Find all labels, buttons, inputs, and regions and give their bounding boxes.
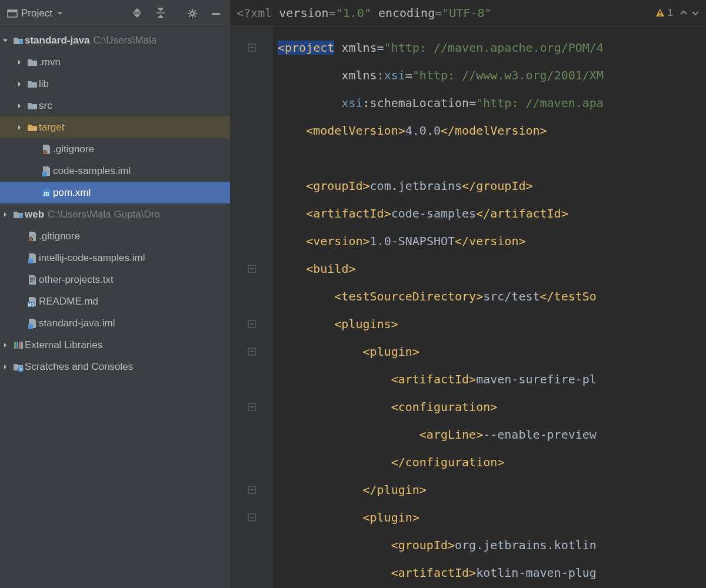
folder-icon [26, 79, 39, 89]
tree-item-path: C:\Users\Mala [94, 35, 157, 46]
tree-item-path: C:\Users\Mala Gupta\Dro [48, 209, 160, 220]
code-line[interactable]: <artifactId>kotlin-maven-plug [278, 559, 706, 587]
fold-toggle-icon[interactable] [245, 400, 258, 413]
tree-item-standard-java[interactable]: standard-javaC:\Users\Mala [0, 29, 230, 51]
code-line[interactable]: <plugin> [278, 504, 706, 532]
project-view-selector[interactable]: Project [4, 8, 68, 19]
fold-toggle-icon[interactable] [245, 318, 258, 330]
code-line[interactable]: xmlns:xsi="http: //www.w3.org/2001/XM [278, 62, 706, 89]
tree-item-label: standard-java.iml [39, 318, 115, 329]
tree-item-label: pom.xml [53, 187, 91, 199]
code-line[interactable]: <configuration> [278, 393, 706, 421]
tree-item-label: standard-java [25, 35, 90, 46]
tree-item-pom-xml[interactable]: mpom.xml [0, 182, 230, 203]
code-line[interactable]: <modelVersion>4.0.0</modelVersion> [278, 117, 706, 145]
code-line[interactable]: </plugin> [278, 476, 706, 504]
code-editor[interactable]: <project xmlns="http: //maven.apache.org… [273, 26, 706, 588]
code-line[interactable]: <version>1.0-SNAPSHOT</version> [278, 228, 706, 255]
module-icon [12, 35, 25, 46]
fold-toggle-icon[interactable] [245, 41, 258, 54]
code-line[interactable]: <testSourceDirectory>src/test</testSo [278, 283, 706, 310]
fold-toggle-icon[interactable] [245, 483, 258, 496]
tree-item-web[interactable]: webC:\Users\Mala Gupta\Dro [0, 203, 230, 225]
chevron-icon[interactable] [1, 211, 12, 219]
code-line[interactable]: xsi:schemaLocation="http: //maven.apa [278, 89, 706, 117]
tree-item-other-projects-txt[interactable]: other-projects.txt [0, 269, 230, 290]
code-line[interactable]: <groupId>org.jetbrains.kotlin [278, 532, 706, 559]
editor-gutter[interactable] [231, 26, 273, 588]
folder-icon [26, 57, 39, 68]
tree-item-label: README.md [39, 296, 98, 308]
collapse-all-icon[interactable] [126, 3, 148, 24]
tree-item-readme-md[interactable]: MDREADME.md [0, 290, 230, 312]
code-line[interactable]: <groupId>com.jetbrains</groupId> [278, 172, 706, 200]
chevron-icon[interactable] [1, 36, 12, 45]
code-line[interactable]: </configuration> [278, 449, 706, 476]
chevron-icon[interactable] [15, 58, 26, 66]
tree-item-label: .gitignore [39, 230, 80, 242]
svg-rect-18 [21, 342, 23, 349]
tree-item-label: web [25, 209, 44, 220]
fold-toggle-icon[interactable] [245, 511, 258, 524]
file-iml-icon [40, 166, 53, 176]
chevron-icon[interactable] [15, 102, 26, 110]
svg-rect-16 [16, 342, 18, 349]
tree-item--gitignore[interactable]: .gitignore [0, 138, 230, 160]
code-line[interactable]: <plugin> [278, 338, 706, 366]
svg-rect-14 [28, 324, 33, 329]
code-line[interactable]: <plugins> [278, 310, 706, 338]
module-icon [12, 209, 25, 220]
tree-item-label: .mvn [39, 56, 61, 68]
tree-item-label: other-projects.txt [39, 274, 114, 286]
expand-all-icon[interactable] [150, 3, 171, 24]
svg-rect-9 [19, 214, 23, 218]
tree-item-scratches-and-consoles[interactable]: Scratches and Consoles [0, 356, 230, 377]
nav-up-icon[interactable] [679, 8, 688, 18]
tree-item-label: intellij-code-samples.iml [39, 252, 145, 264]
code-line[interactable]: <project xmlns="http: //maven.apache.org… [278, 34, 706, 62]
settings-gear-icon[interactable] [182, 3, 203, 24]
file-iml-icon [26, 318, 39, 329]
xml-declaration: <?xml version="1.0" encoding="UTF-8" [237, 6, 492, 20]
fold-toggle-icon[interactable] [245, 345, 258, 358]
svg-rect-21 [660, 15, 661, 16]
project-tree[interactable]: standard-javaC:\Users\Mala.mvnlibsrctarg… [0, 27, 230, 588]
chevron-icon[interactable] [15, 80, 26, 88]
tree-item-label: code-samples.iml [53, 165, 131, 177]
svg-point-2 [191, 12, 194, 15]
editor-pane: <?xml version="1.0" encoding="UTF-8" 1 <… [231, 0, 706, 588]
svg-rect-11 [28, 259, 33, 263]
tree-item-standard-java-iml[interactable]: standard-java.iml [0, 312, 230, 334]
tree-item--gitignore[interactable]: .gitignore [0, 225, 230, 247]
svg-rect-15 [14, 342, 16, 349]
file-md-icon: MD [26, 296, 39, 307]
fold-toggle-icon[interactable] [245, 262, 258, 275]
tree-item--mvn[interactable]: .mvn [0, 51, 230, 73]
code-line[interactable] [278, 145, 706, 172]
file-txt-icon [26, 275, 39, 285]
tree-item-target[interactable]: target [0, 116, 230, 138]
tree-item-intellij-code-samples-iml[interactable]: intellij-code-samples.iml [0, 247, 230, 269]
chevron-icon[interactable] [1, 341, 12, 349]
hide-panel-icon[interactable] [205, 3, 227, 24]
code-line[interactable]: <artifactId>code-samples</artifactId> [278, 200, 706, 228]
folder-icon [26, 101, 39, 111]
warning-icon[interactable] [655, 8, 665, 18]
code-line[interactable]: <argLine>--enable-preview [278, 421, 706, 449]
code-line[interactable]: <build> [278, 255, 706, 283]
code-line[interactable]: <artifactId>maven-surefire-pl [278, 366, 706, 393]
tree-item-lib[interactable]: lib [0, 73, 230, 95]
svg-rect-1 [8, 10, 17, 12]
dropdown-arrow-icon [56, 9, 64, 18]
chevron-icon[interactable] [15, 123, 26, 132]
nav-down-icon[interactable] [691, 8, 700, 18]
tree-item-label: Scratches and Consoles [25, 361, 133, 373]
tree-item-src[interactable]: src [0, 95, 230, 116]
tree-item-external-libraries[interactable]: External Libraries [0, 334, 230, 356]
tree-item-code-samples-iml[interactable]: code-samples.iml [0, 160, 230, 182]
file-gi-icon [26, 231, 39, 242]
svg-rect-4 [19, 40, 23, 44]
chevron-icon[interactable] [1, 363, 12, 371]
file-iml-icon [26, 253, 39, 263]
svg-rect-17 [19, 342, 21, 349]
